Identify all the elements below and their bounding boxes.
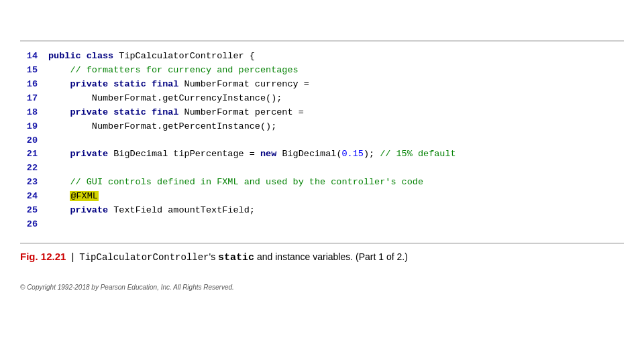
- code-content: public class TipCalculatorController { /…: [48, 50, 456, 232]
- line-number-25: 25: [20, 204, 38, 218]
- line-number-17: 17: [20, 92, 38, 106]
- line-number-23: 23: [20, 176, 38, 190]
- code-line-26: [48, 218, 456, 232]
- code-block: 14 15 16 17 18 19 20 21 22 23 24 25 26 p…: [20, 42, 624, 240]
- caption-row: Fig. 12.21 | TipCalculatorController's s…: [20, 251, 624, 263]
- code-line-19: NumberFormat.getPercentInstance();: [48, 120, 456, 134]
- line-number-15: 15: [20, 64, 38, 78]
- caption-classname: TipCalculatorController: [79, 252, 209, 263]
- line-number-14: 14: [20, 50, 38, 64]
- code-line-16: private static final NumberFormat curren…: [48, 78, 456, 92]
- page-container: 14 15 16 17 18 19 20 21 22 23 24 25 26 p…: [0, 0, 644, 362]
- code-line-25: private TextField amountTextField;: [48, 204, 456, 218]
- code-line-15: // formatters for currency and percentag…: [48, 64, 456, 78]
- caption-divider: |: [71, 251, 74, 262]
- caption-keyword: static: [218, 252, 254, 263]
- line-numbers: 14 15 16 17 18 19 20 21 22 23 24 25 26: [20, 50, 48, 232]
- copyright-row: © Copyright 1992-2018 by Pearson Educati…: [20, 284, 624, 291]
- code-line-24: @FXML: [48, 190, 456, 204]
- code-line-22: [48, 162, 456, 176]
- line-number-19: 19: [20, 120, 38, 134]
- line-number-16: 16: [20, 78, 38, 92]
- code-line-20: [48, 134, 456, 148]
- line-number-26: 26: [20, 218, 38, 232]
- line-number-20: 20: [20, 134, 38, 148]
- code-line-23: // GUI controls defined in FXML and used…: [48, 176, 456, 190]
- line-number-22: 22: [20, 162, 38, 176]
- code-line-21: private BigDecimal tipPercentage = new B…: [48, 147, 456, 162]
- code-line-14: public class TipCalculatorController {: [48, 50, 456, 64]
- code-line-17: NumberFormat.getCurrencyInstance();: [48, 92, 456, 106]
- caption-text: TipCalculatorController's static and ins…: [79, 251, 408, 263]
- line-number-24: 24: [20, 190, 38, 204]
- line-number-21: 21: [20, 147, 38, 162]
- code-line-18: private static final NumberFormat percen…: [48, 106, 456, 120]
- bottom-divider: [20, 243, 624, 244]
- line-number-18: 18: [20, 106, 38, 120]
- caption-fig: Fig. 12.21: [20, 251, 66, 262]
